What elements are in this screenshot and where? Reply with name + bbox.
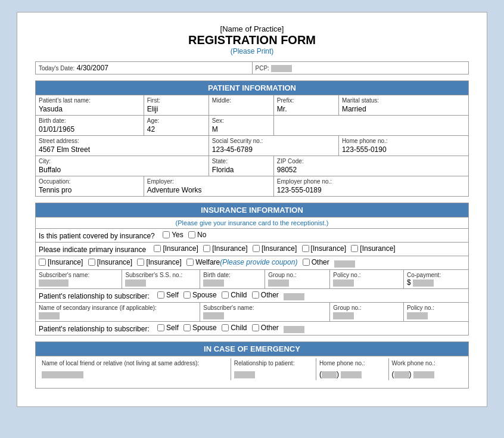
self2-item[interactable]: Self: [157, 324, 179, 332]
covered-label: Is this patient covered by insurance?: [39, 232, 155, 240]
please-print: (Please Print): [35, 47, 469, 55]
self-cb[interactable]: [157, 291, 164, 299]
child2-item[interactable]: Child: [222, 324, 247, 332]
insurance-subheader: (Please give your insurance card to the …: [36, 218, 469, 229]
spouse-cb[interactable]: [183, 291, 191, 299]
last-name-label: Patient's last name:: [39, 97, 141, 104]
form-header: [Name of Practice] REGISTRATION FORM (Pl…: [35, 24, 469, 55]
ins3-cb[interactable]: [253, 245, 260, 252]
secondary-sub-cell: Subscriber's name:: [200, 303, 330, 322]
insurance-header: INSURANCE INFORMATION: [36, 203, 469, 218]
ins1-label: [Insurance]: [163, 244, 198, 253]
first-name-cell: First: Eliji: [144, 95, 209, 116]
secondary-sub-value: [203, 312, 224, 319]
sub-name-label: Subscriber's name:: [39, 272, 119, 278]
child2-cb[interactable]: [222, 324, 229, 331]
employer-value: Adventure Works: [147, 185, 270, 194]
sub-ss-cell: Subscriber's S.S. no.:: [122, 270, 200, 289]
pcp-cell: PCP:: [252, 62, 469, 74]
emerg-home-area: [322, 371, 337, 378]
marital-cell: Marital status: Married: [338, 95, 468, 116]
emerg-work-label: Work phone no.:: [392, 360, 462, 366]
yes-checkbox[interactable]: [163, 231, 170, 238]
other-ins-cb[interactable]: [303, 259, 310, 266]
street-value: 4567 Elm Street: [39, 144, 206, 154]
other-rel-item[interactable]: Other: [252, 291, 279, 299]
ins2-cb[interactable]: [203, 245, 210, 252]
child-item[interactable]: Child: [222, 291, 247, 299]
ins6-cb[interactable]: [39, 259, 46, 266]
zip-label: ZIP Code:: [277, 158, 465, 164]
emerg-rel-cell: Relationship to patient:: [231, 358, 316, 368]
child-cb[interactable]: [222, 291, 229, 299]
welfare-cb[interactable]: [186, 259, 194, 266]
ins1-item[interactable]: [Insurance]: [154, 244, 198, 253]
child-label: Child: [231, 291, 247, 299]
ins5-label: [Insurance]: [360, 244, 395, 253]
date-label: Today's Date:: [39, 65, 74, 72]
emergency-table: IN CASE OF EMERGENCY Name of local frien…: [35, 341, 469, 389]
ins7-item[interactable]: [Insurance]: [88, 258, 132, 266]
policy-no-value: [333, 279, 354, 287]
emerg-work-paren2: ): [409, 370, 412, 378]
self-item[interactable]: Self: [157, 291, 179, 299]
other2-item[interactable]: Other: [252, 324, 279, 332]
emergency-fields-table: Name of local friend or relative (not li…: [39, 358, 465, 380]
city-value: Buffalo: [39, 164, 206, 174]
spouse-item[interactable]: Spouse: [183, 291, 217, 299]
ins4-item[interactable]: [Insurance]: [302, 244, 346, 253]
city-cell: City: Buffalo: [36, 156, 209, 176]
ins8-item[interactable]: [Insurance]: [137, 258, 181, 266]
no-checkbox[interactable]: [188, 231, 195, 238]
sex-value: M: [212, 124, 270, 133]
other-rel-value: [284, 293, 304, 300]
welfare-item[interactable]: Welfare (Please provide coupon): [186, 258, 297, 266]
spouse2-cb[interactable]: [183, 324, 191, 331]
ins7-cb[interactable]: [88, 259, 95, 266]
group-no-cell: Group no.:: [265, 270, 330, 289]
emerg-home-num: [341, 371, 362, 378]
ssn-label: Social Security no.:: [212, 138, 335, 144]
other-rel-cb[interactable]: [252, 291, 259, 299]
no-label: No: [197, 231, 206, 239]
other2-label: Other: [261, 324, 279, 332]
occupation-cell: Occupation: Tennis pro: [36, 176, 144, 197]
sex-cell: Sex: M: [209, 116, 273, 136]
ins3-item[interactable]: [Insurance]: [253, 244, 297, 253]
employer-phone-label: Employer phone no.:: [277, 178, 465, 185]
group-no-label: Group no.:: [268, 272, 326, 278]
ins2-label: [Insurance]: [212, 244, 247, 253]
date-value: 4/30/2007: [77, 64, 108, 72]
relationship-row1: Patient's relationship to subscriber: Se…: [36, 289, 469, 303]
ins6-item[interactable]: [Insurance]: [39, 258, 83, 266]
welfare-label: Welfare: [195, 258, 220, 266]
city-label: City:: [39, 158, 206, 164]
self2-cb[interactable]: [157, 324, 164, 331]
emerg-work-area: [394, 371, 409, 378]
primary-label: Please indicate primary insurance: [39, 246, 146, 254]
ins8-cb[interactable]: [137, 259, 144, 266]
prefix-cell: Prefix: Mr.: [273, 95, 338, 116]
ins1-cb[interactable]: [154, 245, 161, 252]
relationship-row2: Patient's relationship to subscriber: Se…: [36, 322, 469, 336]
ins4-cb[interactable]: [302, 245, 309, 252]
ins5-item[interactable]: [Insurance]: [351, 244, 395, 253]
practice-name: [Name of Practice]: [35, 24, 469, 33]
emerg-rel-label: Relationship to patient:: [234, 360, 313, 366]
secondary-relationship-label: Patient's relationship to subscriber:: [39, 325, 150, 333]
other-ins-item[interactable]: Other: [303, 258, 329, 266]
emerg-work-cell: Work phone no.:: [388, 358, 465, 368]
ins5-cb[interactable]: [351, 245, 358, 252]
yes-checkbox-item[interactable]: Yes: [163, 231, 183, 239]
marital-label: Marital status:: [342, 97, 465, 104]
ins7-label: [Insurance]: [97, 258, 132, 266]
no-checkbox-item[interactable]: No: [188, 231, 206, 239]
other2-cb[interactable]: [252, 324, 259, 331]
secondary-policy-value: [407, 312, 428, 319]
emergency-header: IN CASE OF EMERGENCY: [36, 342, 469, 356]
ins2-item[interactable]: [Insurance]: [203, 244, 247, 253]
spouse2-item[interactable]: Spouse: [183, 324, 217, 332]
ins8-label: [Insurance]: [146, 258, 181, 266]
middle-label: Middle:: [212, 97, 270, 104]
birthdate-value: 01/01/1965: [39, 124, 141, 133]
